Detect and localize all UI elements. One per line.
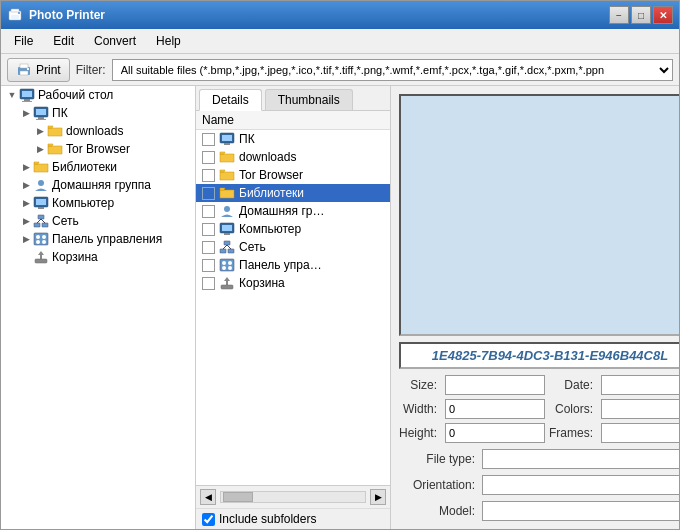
file-type-label: File type: [399, 452, 479, 466]
print-icon [16, 62, 32, 78]
svg-rect-22 [42, 223, 48, 227]
file-item-recycle[interactable]: Корзина [196, 274, 390, 292]
middle-panel: Details Thumbnails Name ПК [196, 86, 391, 529]
svg-point-3 [18, 12, 20, 14]
file-item-libraries[interactable]: Библиотеки [196, 184, 390, 202]
computer-icon-file-computer [219, 222, 235, 236]
file-item-network[interactable]: Сеть [196, 238, 390, 256]
tree-item-computer[interactable]: ▶ Компьютер [1, 194, 195, 212]
height-value[interactable] [445, 423, 545, 443]
file-item-pk[interactable]: ПК [196, 130, 390, 148]
tree-toggle-downloads[interactable]: ▶ [33, 124, 47, 138]
svg-rect-37 [224, 233, 230, 235]
file-checkbox-homegroup[interactable] [202, 205, 215, 218]
menu-convert[interactable]: Convert [85, 31, 145, 51]
model-row: Model: [399, 501, 679, 521]
file-checkbox-controlpanel[interactable] [202, 259, 215, 272]
file-checkbox-tor[interactable] [202, 169, 215, 182]
model-value[interactable] [482, 501, 679, 521]
svg-line-24 [41, 219, 45, 223]
preview-area [399, 94, 679, 336]
tree-toggle-homegroup[interactable]: ▶ [19, 178, 33, 192]
computer-icon-computer [33, 196, 49, 210]
svg-rect-7 [27, 68, 29, 70]
menu-help[interactable]: Help [147, 31, 190, 51]
tree-toggle-libraries[interactable]: ▶ [19, 160, 33, 174]
title-bar-left: Photo Printer [7, 7, 105, 23]
tree-item-controlpanel[interactable]: ▶ Панель управления [1, 230, 195, 248]
file-checkbox-network[interactable] [202, 241, 215, 254]
print-button[interactable]: Print [7, 58, 70, 82]
file-checkbox-downloads[interactable] [202, 151, 215, 164]
folder-icon-downloads [47, 124, 63, 138]
file-item-downloads[interactable]: downloads [196, 148, 390, 166]
tree-toggle-root[interactable]: ▼ [5, 88, 19, 102]
svg-rect-9 [22, 91, 32, 97]
tree-item-tor[interactable]: ▶ Tor Browser [1, 140, 195, 158]
tree-toggle-network[interactable]: ▶ [19, 214, 33, 228]
svg-point-29 [42, 240, 46, 244]
folder-icon-libraries [33, 160, 49, 174]
tree-item-pk[interactable]: ▶ ПК [1, 104, 195, 122]
date-value[interactable] [601, 375, 679, 395]
tab-thumbnails[interactable]: Thumbnails [265, 89, 353, 110]
colors-value[interactable] [601, 399, 679, 419]
tree-toggle-controlpanel[interactable]: ▶ [19, 232, 33, 246]
svg-rect-6 [20, 71, 28, 75]
tree-item-network[interactable]: ▶ Сеть [1, 212, 195, 230]
close-button[interactable]: ✕ [653, 6, 673, 24]
recycle-icon-file [219, 276, 235, 290]
file-item-computer[interactable]: Компьютер [196, 220, 390, 238]
include-subfolders-checkbox[interactable] [202, 513, 215, 526]
recycle-icon [33, 250, 49, 264]
tree-item-controlpanel-label: Панель управления [52, 232, 162, 246]
tree-toggle-computer[interactable]: ▶ [19, 196, 33, 210]
filter-select[interactable]: All suitable files (*.bmp,*.jpg,*.jpeg,*… [112, 59, 673, 81]
app-icon [7, 7, 23, 23]
desktop-icon [19, 88, 35, 102]
maximize-button[interactable]: □ [631, 6, 651, 24]
svg-rect-11 [22, 101, 32, 102]
file-item-downloads-label: downloads [239, 150, 296, 164]
tree-toggle-pk[interactable]: ▶ [19, 106, 33, 120]
tab-details[interactable]: Details [199, 89, 262, 111]
frames-value[interactable] [601, 423, 679, 443]
file-item-tor[interactable]: Tor Browser [196, 166, 390, 184]
file-checkbox-computer[interactable] [202, 223, 215, 236]
horizontal-scrollbar-thumb[interactable] [223, 492, 253, 502]
file-item-controlpanel[interactable]: Панель упра… [196, 256, 390, 274]
scroll-right-button[interactable]: ▶ [370, 489, 386, 505]
bottom-bar: ◀ ▶ [196, 485, 390, 508]
controlpanel-icon [33, 232, 49, 246]
tree-item-libraries[interactable]: ▶ Библиотеки [1, 158, 195, 176]
svg-rect-14 [38, 117, 44, 119]
svg-rect-32 [222, 135, 232, 141]
tree-item-homegroup-label: Домашняя группа [52, 178, 151, 192]
file-item-homegroup[interactable]: Домашняя гр… [196, 202, 390, 220]
orientation-value[interactable] [482, 475, 679, 495]
menu-file[interactable]: File [5, 31, 42, 51]
tree-item-recycle[interactable]: ▶ Корзина [1, 248, 195, 266]
tree-root[interactable]: ▼ Рабочий стол [1, 86, 195, 104]
file-type-value[interactable] [482, 449, 679, 469]
file-checkbox-libraries[interactable] [202, 187, 215, 200]
size-value[interactable] [445, 375, 545, 395]
tree-item-downloads[interactable]: ▶ downloads [1, 122, 195, 140]
file-checkbox-recycle[interactable] [202, 277, 215, 290]
scroll-left-button[interactable]: ◀ [200, 489, 216, 505]
file-type-row: File type: [399, 449, 679, 469]
minimize-button[interactable]: − [609, 6, 629, 24]
menu-edit[interactable]: Edit [44, 31, 83, 51]
svg-rect-1 [11, 9, 19, 12]
svg-rect-20 [38, 215, 44, 219]
tree-item-homegroup[interactable]: ▶ Домашняя группа [1, 176, 195, 194]
svg-point-45 [228, 261, 232, 265]
network-icon [33, 214, 49, 228]
width-value[interactable] [445, 399, 545, 419]
file-list-header: Name [196, 111, 390, 130]
tree-toggle-tor[interactable]: ▶ [33, 142, 47, 156]
include-subfolders-bar: Include subfolders [196, 508, 390, 529]
svg-rect-39 [220, 249, 226, 253]
file-checkbox-pk[interactable] [202, 133, 215, 146]
tabs-bar: Details Thumbnails [196, 86, 390, 111]
